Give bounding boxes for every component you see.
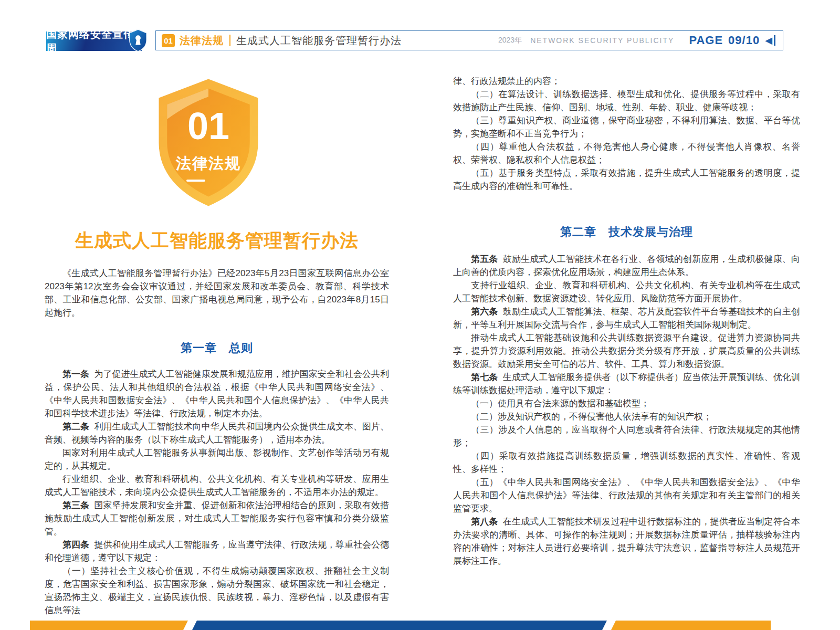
body-paragraph: （二）涉及知识产权的，不得侵害他人依法享有的知识产权； [453,410,800,423]
event-name-badge: 国家网络安全宣传周 [46,32,142,51]
badge-label: 法律法规 [149,153,268,174]
header-publicity-text: NETWORK SECURITY PUBLICITY [530,36,674,45]
page-number: 09/10 [728,34,760,47]
right-column: 律、行政法规禁止的内容；（二）在算法设计、训练数据选择、模型生成和优化、提供服务… [453,75,800,568]
chapter-2-heading: 第二章 技术发展与治理 [453,224,800,240]
body-paragraph: 第七条生成式人工智能服务提供者（以下称提供者）应当依法开展预训练、优化训练等训练… [453,371,800,397]
badge-number: 01 [149,107,268,145]
body-paragraph: （四）采取有效措施提高训练数据质量，增强训练数据的真实性、准确性、客观性、多样性… [453,449,800,476]
page-indicator: PAGE 09/10 [689,34,760,47]
article-number: 第七条 [471,372,498,382]
chapter-1-heading: 第一章 总则 [45,340,389,356]
intro-paragraph: 《生成式人工智能服务管理暂行办法》已经2023年5月23日国家互联网信息办公室2… [45,267,389,319]
page-label: PAGE [689,34,723,47]
chapter-1-body: 第一条为了促进生成式人工智能健康发展和规范应用，维护国家安全和社会公共利益，保护… [45,368,389,617]
badge-underline [186,180,205,182]
body-paragraph: （五）《中华人民共和国网络安全法》、《中华人民共和国数据安全法》、《中华人民共和… [453,476,800,515]
body-paragraph: （一）使用具有合法来源的数据和基础模型； [453,397,800,410]
body-paragraph: （一）坚持社会主义核心价值观，不得生成煽动颠覆国家政权、推翻社会主义制度，危害国… [45,564,389,617]
body-paragraph: （五）基于服务类型特点，采取有效措施，提升生成式人工智能服务的透明度，提高生成内… [453,166,800,193]
document-title: 生成式人工智能服务管理暂行办法 [45,230,389,251]
chapter-2-body: 第五条鼓励生成式人工智能技术在各行业、各领域的创新应用，生成积极健康、向上向善的… [453,253,800,568]
header-year: 2023年 [498,36,522,45]
footer-bar-orange-left [30,621,188,630]
security-shield-icon [128,28,148,52]
header-doc-title: 生成式人工智能服务管理暂行办法 [236,34,402,48]
article-number: 第二条 [62,422,89,432]
footer-bar-orange-right [611,621,771,630]
article-number: 第四条 [62,540,89,550]
body-paragraph: 第八条在生成式人工智能技术研发过程中进行数据标注的，提供者应当制定符合本办法要求… [453,515,800,568]
body-paragraph: 支持行业组织、企业、教育和科研机构、公共文化机构、有关专业机构等在生成式人工智能… [453,279,800,305]
body-paragraph: 国家对利用生成式人工智能服务从事新闻出版、影视制作、文艺创作等活动另有规定的，从… [45,446,389,472]
article-number: 第六条 [471,307,498,317]
left-column: 生成式人工智能服务管理暂行办法 《生成式人工智能服务管理暂行办法》已经2023年… [45,230,389,617]
body-paragraph: 第五条鼓励生成式人工智能技术在各行业、各领域的创新应用，生成积极健康、向上向善的… [453,253,800,279]
article-number: 第一条 [62,369,89,379]
body-paragraph: （三）涉及个人信息的，应当取得个人同意或者符合法律、行政法规规定的其他情形； [453,423,800,449]
body-paragraph: 律、行政法规禁止的内容； [453,75,800,88]
body-paragraph: 第三条国家坚持发展和安全并重、促进创新和依法治理相结合的原则，采取有效措施鼓励生… [45,499,389,538]
footer-bar-blue [192,621,607,630]
header-strip: 01 法律法规 生成式人工智能服务管理暂行办法 2023年 NETWORK SE… [155,30,783,50]
document-page: 国家网络安全宣传周 01 法律法规 生成式人工智能服务管理暂行办法 2023年 … [0,0,840,630]
chapter-shield-badge: 01 法律法规 [149,77,268,209]
article-number: 第五条 [471,254,498,264]
body-paragraph: （三）尊重知识产权、商业道德，保守商业秘密，不得利用算法、数据、平台等优势，实施… [453,114,800,140]
body-paragraph: （二）在算法设计、训练数据选择、模型生成和优化、提供服务等过程中，采取有效措施防… [453,88,800,114]
article-number: 第八条 [471,517,498,527]
body-paragraph: 第四条提供和使用生成式人工智能服务，应当遵守法律、行政法规，尊重社会公德和伦理道… [45,538,389,564]
section-label: 法律法规 [180,34,224,48]
section-number-badge: 01 [162,34,175,47]
body-paragraph: 行业组织、企业、教育和科研机构、公共文化机构、有关专业机构等研发、应用生成式人工… [45,472,389,499]
body-paragraph: 推动生成式人工智能基础设施和公共训练数据资源平台建设。促进算力资源协同共享，提升… [453,331,800,371]
page-arrow-icon: ◀ [765,35,775,46]
body-paragraph: 第六条鼓励生成式人工智能算法、框架、芯片及配套软件平台等基础技术的自主创新，平等… [453,305,800,331]
chapter-1-continuation: 律、行政法规禁止的内容；（二）在算法设计、训练数据选择、模型生成和优化、提供服务… [453,75,800,193]
body-paragraph: （四）尊重他人合法权益，不得危害他人身心健康，不得侵害他人肖像权、名誉权、荣誉权… [453,140,800,166]
body-paragraph: 第二条利用生成式人工智能技术向中华人民共和国境内公众提供生成文本、图片、音频、视… [45,420,389,446]
header-divider [229,35,230,46]
body-paragraph: 第一条为了促进生成式人工智能健康发展和规范应用，维护国家安全和社会公共利益，保护… [45,368,389,420]
article-number: 第三条 [62,500,89,510]
